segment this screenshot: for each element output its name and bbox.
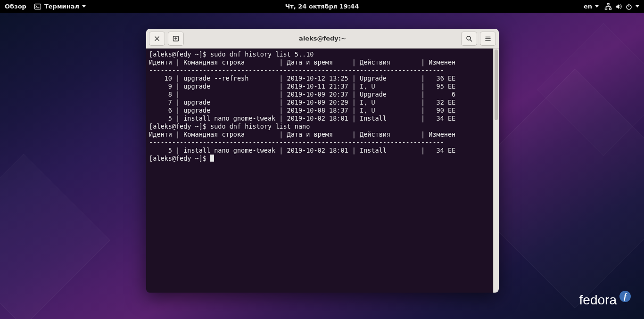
terminal-window: aleks@fedy:~ [aleks@fedy ~]$ sudo dnf hi… [146, 29, 499, 293]
terminal-app-icon [34, 3, 41, 10]
svg-line-13 [470, 40, 472, 41]
gnome-top-bar: Обзор Терминал Чт, 24 октября 19:44 en [0, 0, 644, 13]
system-status-area[interactable] [604, 3, 639, 10]
activities-label: Обзор [5, 3, 26, 10]
fedora-logo: fedora f [579, 293, 631, 308]
volume-icon [615, 3, 622, 10]
svg-rect-2 [607, 3, 609, 5]
fedora-bubble-icon: f [619, 291, 631, 302]
terminal-body: [aleks@fedy ~]$ sudo dnf history list 5.… [146, 49, 499, 293]
hamburger-icon [485, 35, 491, 42]
network-wired-icon [604, 3, 612, 10]
terminal-cursor [210, 155, 214, 162]
new-tab-button[interactable] [168, 32, 184, 46]
desktop: Обзор Терминал Чт, 24 октября 19:44 en [0, 0, 644, 319]
svg-rect-3 [605, 8, 607, 9]
clock-label: Чт, 24 октября 19:44 [285, 3, 359, 10]
chevron-down-icon [595, 5, 599, 8]
window-titlebar[interactable]: aleks@fedy:~ [146, 29, 499, 49]
close-button[interactable] [149, 32, 165, 46]
fedora-wordmark: fedora [579, 293, 617, 308]
hamburger-menu-button[interactable] [480, 32, 496, 46]
keyboard-layout-label: en [584, 3, 592, 10]
chevron-down-icon [82, 5, 86, 8]
svg-rect-0 [34, 4, 41, 9]
power-icon [625, 3, 633, 10]
chevron-down-icon [636, 5, 639, 8]
window-title: aleks@fedy:~ [187, 35, 458, 42]
app-menu-label: Терминал [44, 3, 79, 10]
clock-button[interactable]: Чт, 24 октября 19:44 [285, 3, 359, 10]
close-icon [154, 36, 160, 41]
svg-rect-4 [610, 8, 611, 9]
terminal-output[interactable]: [aleks@fedy ~]$ sudo dnf history list 5.… [146, 49, 493, 293]
keyboard-layout-indicator[interactable]: en [584, 3, 599, 10]
terminal-scrollbar-track[interactable] [493, 49, 499, 293]
search-icon [466, 35, 472, 42]
app-menu[interactable]: Терминал [34, 3, 86, 10]
terminal-scrollbar-thumb[interactable] [495, 49, 498, 120]
search-button[interactable] [461, 32, 477, 46]
new-tab-icon [172, 35, 180, 42]
activities-button[interactable]: Обзор [5, 3, 26, 10]
